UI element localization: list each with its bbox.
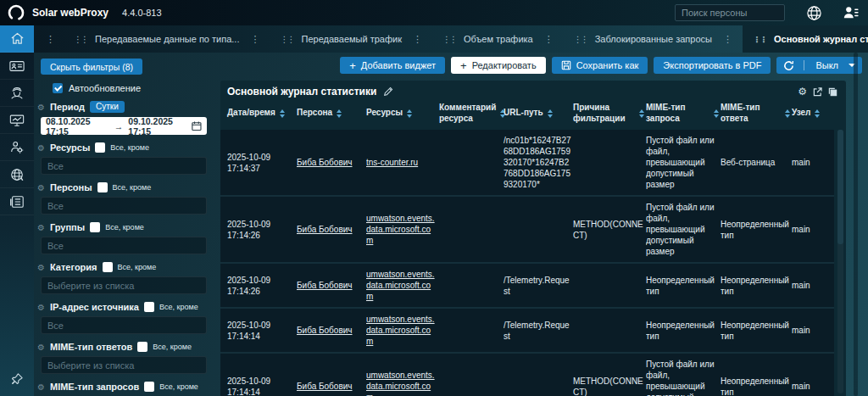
tab-blocked-requests[interactable]: ⋮⋮ Заблокированные запросы ⋮ (564, 25, 743, 53)
drag-handle-icon[interactable]: ⋮⋮ (574, 35, 587, 44)
column-header-mime-request[interactable]: MIME-тип запроса (646, 103, 719, 124)
category-except-checkbox[interactable] (103, 262, 113, 272)
persons-filter-input[interactable] (41, 197, 207, 215)
resources-filter-input[interactable] (41, 157, 207, 175)
persona-link[interactable]: Биба Бобович (297, 158, 353, 167)
tab-menu-icon[interactable]: ⋮ (720, 34, 732, 45)
drag-handle-icon[interactable]: ⋮⋮ (74, 35, 87, 44)
page-scrollbar[interactable] (854, 53, 858, 396)
date-from[interactable]: 08.10.2025 17:15 (46, 116, 109, 137)
column-header-filter-reason[interactable]: Причина фильтрации (573, 103, 644, 124)
date-range-input[interactable]: 08.10.2025 17:15 → 09.10.2025 17:15 (41, 117, 207, 135)
save-as-button[interactable]: Сохранить как (552, 57, 648, 74)
id-card-icon (9, 59, 25, 73)
groups-except-checkbox[interactable] (90, 222, 100, 232)
sidebar-item-network[interactable] (0, 161, 34, 188)
table-row: 2025-10-09 17:14:26 Биба Бобович umwatso… (220, 195, 834, 262)
tab-main-statistics-journal[interactable]: ⋮⋮ Основной журнал статистики ⋮ (743, 25, 868, 53)
edit-button[interactable]: + Редактировать (451, 57, 546, 74)
tab-transferred-data-by-type[interactable]: ⋮⋮ Передаваемые данные по типа... ⋮ (64, 25, 270, 53)
cell-mime-request: Пустой файл или файл, превышающий допуст… (646, 135, 719, 190)
persona-link[interactable]: Биба Бобович (297, 281, 353, 290)
sidebar-item-journal[interactable] (0, 188, 34, 215)
column-header-persona[interactable]: Персона (297, 103, 364, 124)
pin-sidebar-toggle[interactable] (0, 367, 34, 389)
sort-icon (815, 109, 820, 118)
pin-icon (11, 372, 24, 385)
filter-settings-icon[interactable]: ⚙ (37, 263, 45, 272)
export-pdf-button[interactable]: Экспортировать в PDF (654, 57, 771, 74)
source-ip-except-checkbox[interactable] (144, 302, 154, 312)
hide-filters-button[interactable]: Скрыть фильтры (8) (41, 59, 142, 75)
date-to[interactable]: 09.10.2025 17:15 (128, 116, 192, 137)
category-filter-input[interactable] (41, 276, 207, 294)
column-header-mime-response[interactable]: MIME-тип ответа (721, 103, 790, 124)
auto-refresh-button[interactable]: Выкл (776, 57, 862, 74)
sidebar-item-home[interactable] (0, 25, 34, 53)
edit-title-icon[interactable] (383, 86, 393, 97)
language-globe-icon[interactable] (805, 4, 822, 21)
sidebar-item-security[interactable] (0, 80, 34, 107)
persons-except-checkbox[interactable] (97, 182, 108, 192)
filter-settings-icon[interactable]: ⚙ (37, 343, 45, 352)
sort-icon (714, 109, 719, 118)
tab-overflow-dots-icon[interactable]: ⋮ (34, 25, 64, 53)
tab-traffic-volume[interactable]: ⋮⋮ Объем трафика ⋮ (432, 25, 564, 53)
cell-mime-response: Неопределенный тип (721, 219, 790, 241)
add-widget-button[interactable]: + Добавить виджет (340, 57, 445, 74)
drag-handle-icon[interactable]: ⋮⋮ (280, 35, 293, 44)
tab-transferred-traffic[interactable]: ⋮⋮ Передаваемый трафик ⋮ (270, 25, 431, 53)
period-settings-icon[interactable]: ⚙ (37, 103, 45, 112)
resource-link[interactable]: umwatson.events.data.microsoft.com (366, 371, 435, 396)
widget-settings-gear-icon[interactable]: ⚙ (798, 86, 807, 98)
table-row: 2025-10-09 17:14:37 Биба Бобович tns-cou… (220, 130, 834, 195)
persona-link[interactable]: Биба Бобович (297, 382, 353, 391)
resource-link[interactable]: umwatson.events.data.microsoft.com (366, 315, 435, 346)
refresh-icon (783, 60, 794, 71)
mime-response-except-checkbox[interactable] (137, 342, 147, 352)
column-header-comment[interactable]: Комментарий ресурса (439, 103, 502, 124)
groups-filter-input[interactable] (41, 237, 207, 254)
tab-menu-icon[interactable]: ⋮ (409, 34, 422, 45)
resource-link[interactable]: umwatson.events.data.microsoft.com (366, 270, 435, 301)
scrollbar-thumb[interactable] (837, 130, 843, 244)
tab-menu-icon[interactable]: ⋮ (541, 34, 554, 45)
table-header-row: Дата/время Персона Ресурсы Комментарий р… (220, 99, 846, 130)
column-header-url-path[interactable]: URL-путь (504, 103, 571, 124)
cell-resource: umwatson.events.data.microsoft.com (366, 370, 437, 396)
column-header-resources[interactable]: Ресурсы (366, 103, 437, 124)
resources-except-checkbox[interactable] (95, 142, 105, 153)
autorefresh-label: Автообновление (69, 83, 141, 93)
mime-response-filter-input[interactable] (41, 356, 207, 374)
filter-settings-icon[interactable]: ⚙ (37, 223, 45, 232)
persona-link[interactable]: Биба Бобович (297, 225, 353, 234)
copy-widget-icon[interactable] (828, 87, 837, 97)
source-ip-filter-input[interactable] (41, 316, 207, 334)
column-header-node[interactable]: Узел (792, 103, 843, 124)
period-preset-badge[interactable]: Сутки (90, 101, 125, 113)
resource-link[interactable]: umwatson.events.data.microsoft.com (366, 214, 435, 245)
calendar-icon[interactable] (192, 120, 202, 131)
filter-settings-icon[interactable]: ⚙ (37, 183, 45, 192)
mime-request-except-checkbox[interactable] (144, 382, 154, 392)
autorefresh-checkbox[interactable] (53, 83, 63, 93)
column-header-datetime[interactable]: Дата/время (227, 103, 295, 124)
sidebar-item-persons-card[interactable] (0, 53, 34, 80)
tab-menu-icon[interactable]: ⋮ (247, 34, 259, 45)
widget-toolbar: + Добавить виджет + Редактировать Сохран… (340, 57, 862, 74)
cell-persona: Биба Бобович (297, 224, 364, 235)
filter-settings-icon[interactable]: ⚙ (37, 143, 45, 153)
expand-widget-icon[interactable] (813, 87, 822, 97)
user-account-icon[interactable] (843, 4, 860, 21)
resource-link[interactable]: tns-counter.ru (366, 158, 418, 167)
persona-link[interactable]: Биба Бобович (297, 326, 353, 335)
filter-settings-icon[interactable]: ⚙ (37, 303, 45, 312)
drag-handle-icon[interactable]: ⋮⋮ (442, 35, 456, 44)
solar-logo-icon (8, 4, 25, 21)
search-input[interactable] (675, 4, 785, 21)
table-scrollbar[interactable] (837, 130, 843, 393)
filter-settings-icon[interactable]: ⚙ (37, 382, 45, 392)
drag-handle-icon[interactable]: ⋮⋮ (753, 35, 766, 44)
sidebar-item-monitoring[interactable] (0, 107, 34, 134)
sidebar-item-persons[interactable] (0, 134, 34, 161)
